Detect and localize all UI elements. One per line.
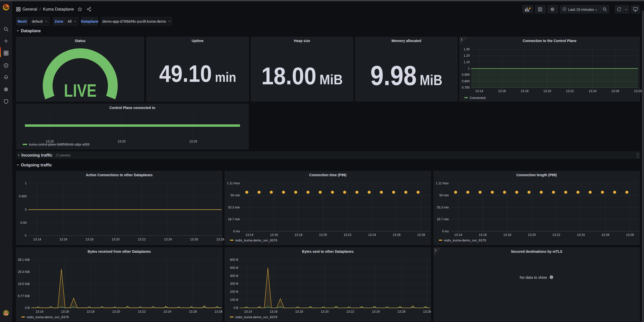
svg-text:13:26: 13:26 bbox=[190, 238, 198, 241]
svg-text:13:14: 13:14 bbox=[454, 233, 462, 237]
svg-text:13:22: 13:22 bbox=[566, 89, 574, 93]
svg-text:1.20: 1.20 bbox=[464, 54, 470, 57]
svg-text:-1: -1 bbox=[24, 234, 27, 237]
svg-text:1.10: 1.10 bbox=[464, 60, 470, 64]
svg-text:13:24: 13:24 bbox=[372, 310, 380, 313]
svg-text:13:25: 13:25 bbox=[189, 140, 197, 143]
svg-text:redis_kuma-demo_svc_6379: redis_kuma-demo_svc_6379 bbox=[444, 238, 486, 242]
svg-text:0: 0 bbox=[25, 208, 27, 211]
svg-text:13:18: 13:18 bbox=[503, 233, 511, 237]
svg-text:13:16: 13:16 bbox=[59, 238, 67, 241]
svg-text:13:18: 13:18 bbox=[295, 233, 302, 237]
svg-text:33.3 min: 33.3 min bbox=[437, 206, 449, 209]
svg-text:13:16: 13:16 bbox=[270, 310, 277, 313]
svg-text:13:24: 13:24 bbox=[577, 233, 585, 237]
svg-text:200 B: 200 B bbox=[230, 290, 238, 294]
svg-text:13:20: 13:20 bbox=[528, 233, 536, 237]
svg-text:13:28: 13:28 bbox=[634, 89, 642, 93]
svg-text:0.800: 0.800 bbox=[462, 80, 470, 83]
svg-text:13:16: 13:16 bbox=[479, 233, 487, 237]
svg-text:16.7 min: 16.7 min bbox=[437, 218, 449, 221]
svg-text:13:24: 13:24 bbox=[164, 238, 172, 241]
svg-text:13:28: 13:28 bbox=[417, 233, 425, 237]
svg-text:redis_kuma-demo_svc_6379: redis_kuma-demo_svc_6379 bbox=[235, 315, 277, 319]
svg-text:13:26: 13:26 bbox=[189, 310, 197, 313]
svg-text:500 B: 500 B bbox=[230, 266, 238, 270]
svg-text:13:18: 13:18 bbox=[86, 238, 93, 241]
svg-text:50 min: 50 min bbox=[230, 194, 240, 197]
svg-text:13:20: 13:20 bbox=[112, 238, 119, 241]
svg-text:600 B: 600 B bbox=[230, 258, 238, 262]
svg-text:13:16: 13:16 bbox=[61, 310, 69, 313]
svg-text:13:28: 13:28 bbox=[423, 310, 431, 313]
svg-text:0 B: 0 B bbox=[233, 306, 238, 310]
svg-text:39.1 KiB: 39.1 KiB bbox=[18, 258, 30, 262]
svg-text:0.900: 0.900 bbox=[462, 73, 470, 77]
svg-text:13:14: 13:14 bbox=[33, 238, 41, 241]
svg-text:0.500: 0.500 bbox=[19, 195, 27, 198]
svg-text:redis_kuma-demo_svc_6379: redis_kuma-demo_svc_6379 bbox=[235, 238, 277, 242]
svg-text:13:28: 13:28 bbox=[215, 310, 222, 313]
svg-text:50 min: 50 min bbox=[439, 194, 449, 197]
svg-text:13:14: 13:14 bbox=[475, 89, 483, 93]
svg-text:0.700: 0.700 bbox=[462, 86, 470, 89]
svg-text:13:20: 13:20 bbox=[319, 233, 327, 237]
svg-text:13:22: 13:22 bbox=[138, 310, 146, 313]
svg-text:1: 1 bbox=[25, 182, 27, 185]
svg-text:1.11 hour: 1.11 hour bbox=[227, 182, 240, 185]
svg-text:13:20: 13:20 bbox=[543, 89, 551, 93]
svg-text:13:18: 13:18 bbox=[521, 89, 529, 93]
svg-text:-0.50: -0.50 bbox=[20, 221, 27, 225]
svg-text:13:14: 13:14 bbox=[244, 310, 252, 313]
svg-text:13:22: 13:22 bbox=[138, 238, 146, 241]
svg-text:13:16: 13:16 bbox=[270, 233, 278, 237]
svg-text:13:18: 13:18 bbox=[87, 310, 94, 313]
svg-text:13:26: 13:26 bbox=[397, 310, 405, 313]
svg-text:13:22: 13:22 bbox=[346, 310, 354, 313]
svg-text:0 ms: 0 ms bbox=[442, 230, 449, 233]
svg-text:13:20: 13:20 bbox=[112, 310, 120, 313]
svg-text:LIVE: LIVE bbox=[64, 81, 97, 100]
svg-text:300 B: 300 B bbox=[230, 282, 238, 285]
svg-text:13:24: 13:24 bbox=[163, 310, 171, 313]
svg-text:redis_kuma-demo_svc_6379: redis_kuma-demo_svc_6379 bbox=[27, 315, 69, 319]
svg-text:13:22: 13:22 bbox=[552, 233, 560, 237]
svg-text:Connected: Connected bbox=[470, 96, 486, 100]
svg-text:29.3 KiB: 29.3 KiB bbox=[18, 270, 30, 274]
svg-text:13:28: 13:28 bbox=[216, 238, 224, 241]
svg-text:13:26: 13:26 bbox=[601, 233, 609, 237]
svg-text:13:16: 13:16 bbox=[498, 89, 506, 93]
svg-text:13:26: 13:26 bbox=[611, 89, 619, 93]
svg-text:1.11 hour: 1.11 hour bbox=[436, 182, 449, 185]
svg-text:13:14: 13:14 bbox=[246, 233, 253, 237]
svg-text:33.3 min: 33.3 min bbox=[228, 206, 240, 209]
svg-text:100 B: 100 B bbox=[230, 298, 238, 302]
svg-text:19.5 KiB: 19.5 KiB bbox=[18, 282, 30, 286]
svg-text:16.7 min: 16.7 min bbox=[228, 218, 240, 221]
svg-text:0 ms: 0 ms bbox=[233, 230, 240, 233]
svg-text:13:24: 13:24 bbox=[368, 233, 376, 237]
svg-text:1: 1 bbox=[468, 67, 470, 70]
svg-text:0 B: 0 B bbox=[25, 306, 30, 310]
svg-text:13:14: 13:14 bbox=[35, 310, 43, 313]
svg-text:400 B: 400 B bbox=[230, 274, 238, 278]
svg-text:13:20: 13:20 bbox=[321, 310, 329, 313]
svg-text:13:18: 13:18 bbox=[295, 310, 303, 313]
svg-text:13:22: 13:22 bbox=[344, 233, 351, 237]
svg-text:?: ? bbox=[551, 276, 552, 279]
svg-text:13:28: 13:28 bbox=[626, 233, 634, 237]
svg-text:13:24: 13:24 bbox=[589, 89, 596, 93]
svg-text:13:26: 13:26 bbox=[393, 233, 400, 237]
svg-text:kuma-control-plane-5d6f599c6d-: kuma-control-plane-5d6f599c6d-sdtpr-a559 bbox=[29, 143, 89, 146]
svg-text:13:20: 13:20 bbox=[118, 140, 126, 143]
svg-text:9.77 KiB: 9.77 KiB bbox=[18, 294, 30, 298]
svg-text:1.30: 1.30 bbox=[464, 48, 470, 51]
